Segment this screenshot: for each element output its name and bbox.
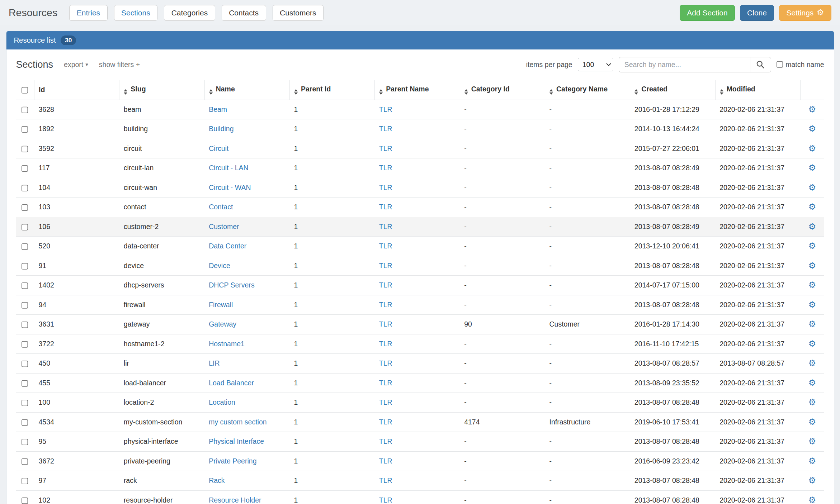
parent-name-link[interactable]: TLR — [379, 418, 392, 426]
tab-contacts[interactable]: Contacts — [222, 5, 266, 21]
parent-name-link[interactable]: TLR — [379, 437, 392, 445]
row-checkbox[interactable] — [22, 419, 29, 426]
row-settings-gear-icon[interactable]: ⚙ — [808, 280, 816, 290]
resource-name-link[interactable]: Physical Interface — [209, 437, 264, 445]
parent-name-link[interactable]: TLR — [379, 476, 392, 484]
search-input[interactable] — [619, 57, 750, 72]
parent-name-link[interactable]: TLR — [379, 398, 392, 406]
parent-name-link[interactable]: TLR — [379, 242, 392, 250]
resource-name-link[interactable]: Load Balancer — [209, 379, 254, 387]
resource-name-link[interactable]: Device — [209, 262, 230, 270]
column-header-name[interactable]: Name — [204, 80, 289, 100]
row-settings-gear-icon[interactable]: ⚙ — [808, 495, 816, 504]
parent-name-link[interactable]: TLR — [379, 379, 392, 387]
row-checkbox[interactable] — [22, 185, 29, 192]
row-checkbox[interactable] — [22, 361, 29, 368]
match-name-checkbox[interactable] — [777, 61, 784, 68]
row-checkbox[interactable] — [22, 224, 29, 231]
items-per-page-select[interactable]: 100 — [578, 58, 613, 71]
export-dropdown[interactable]: export ▾ — [64, 61, 88, 69]
parent-name-link[interactable]: TLR — [379, 340, 392, 348]
row-settings-gear-icon[interactable]: ⚙ — [808, 436, 816, 446]
resource-name-link[interactable]: Circuit - WAN — [209, 184, 251, 191]
resource-name-link[interactable]: my custom section — [209, 418, 266, 426]
parent-name-link[interactable]: TLR — [379, 496, 392, 504]
column-header-category-id[interactable]: Category Id — [460, 80, 545, 100]
parent-name-link[interactable]: TLR — [379, 184, 392, 191]
row-settings-gear-icon[interactable]: ⚙ — [808, 417, 816, 427]
parent-name-link[interactable]: TLR — [379, 301, 392, 309]
resource-name-link[interactable]: Contact — [209, 203, 233, 211]
row-checkbox[interactable] — [22, 282, 29, 290]
add-section-button[interactable]: Add Section — [680, 5, 735, 21]
resource-name-link[interactable]: Firewall — [209, 301, 233, 309]
resource-name-link[interactable]: Beam — [209, 105, 227, 113]
clone-button[interactable]: Clone — [740, 5, 774, 21]
parent-name-link[interactable]: TLR — [379, 223, 392, 230]
resource-name-link[interactable]: Customer — [209, 223, 239, 230]
resource-name-link[interactable]: Circuit — [209, 144, 228, 152]
row-checkbox[interactable] — [22, 497, 29, 504]
row-settings-gear-icon[interactable]: ⚙ — [808, 182, 816, 192]
column-header-parent-name[interactable]: Parent Name — [375, 80, 460, 100]
row-settings-gear-icon[interactable]: ⚙ — [808, 163, 816, 172]
row-checkbox[interactable] — [22, 165, 29, 172]
row-checkbox[interactable] — [22, 204, 29, 211]
parent-name-link[interactable]: TLR — [379, 359, 392, 367]
parent-name-link[interactable]: TLR — [379, 262, 392, 270]
resource-name-link[interactable]: Circuit - LAN — [209, 164, 249, 172]
column-header-slug[interactable]: Slug — [119, 80, 204, 100]
row-checkbox[interactable] — [22, 126, 29, 133]
row-checkbox[interactable] — [22, 106, 29, 114]
column-header-id[interactable]: Id — [34, 80, 119, 100]
row-settings-gear-icon[interactable]: ⚙ — [808, 143, 816, 153]
row-settings-gear-icon[interactable]: ⚙ — [808, 475, 816, 485]
sort-icon[interactable] — [549, 89, 553, 95]
sort-icon[interactable] — [379, 89, 383, 95]
resource-name-link[interactable]: Building — [209, 125, 233, 133]
show-filters-link[interactable]: show filters + — [99, 61, 140, 69]
resource-name-link[interactable]: Data Center — [209, 242, 246, 250]
resource-name-link[interactable]: Rack — [209, 476, 225, 484]
select-all-checkbox[interactable] — [22, 87, 29, 94]
row-checkbox[interactable] — [22, 478, 29, 485]
column-header-category-name[interactable]: Category Name — [545, 80, 630, 100]
sort-icon[interactable] — [464, 89, 468, 95]
row-checkbox[interactable] — [22, 439, 29, 446]
settings-button[interactable]: Settings ⚙ — [779, 5, 831, 21]
parent-name-link[interactable]: TLR — [379, 281, 392, 289]
column-header-modified[interactable]: Modified — [715, 80, 800, 100]
resource-name-link[interactable]: LIR — [209, 359, 220, 367]
tab-entries[interactable]: Entries — [69, 5, 107, 21]
row-checkbox[interactable] — [22, 243, 29, 251]
resource-name-link[interactable]: Private Peering — [209, 457, 256, 465]
row-checkbox[interactable] — [22, 380, 29, 387]
resource-name-link[interactable]: DHCP Servers — [209, 281, 255, 289]
row-checkbox[interactable] — [22, 146, 29, 153]
tab-categories[interactable]: Categories — [164, 5, 215, 21]
row-settings-gear-icon[interactable]: ⚙ — [808, 300, 816, 309]
column-header-created[interactable]: Created — [630, 80, 715, 100]
parent-name-link[interactable]: TLR — [379, 164, 392, 172]
parent-name-link[interactable]: TLR — [379, 125, 392, 133]
row-settings-gear-icon[interactable]: ⚙ — [808, 241, 816, 251]
row-checkbox[interactable] — [22, 322, 29, 329]
tab-sections[interactable]: Sections — [114, 5, 158, 21]
parent-name-link[interactable]: TLR — [379, 144, 392, 152]
parent-name-link[interactable]: TLR — [379, 203, 392, 211]
row-settings-gear-icon[interactable]: ⚙ — [808, 202, 816, 211]
row-settings-gear-icon[interactable]: ⚙ — [808, 378, 816, 387]
sort-icon[interactable] — [294, 89, 298, 95]
row-checkbox[interactable] — [22, 400, 29, 407]
row-checkbox[interactable] — [22, 302, 29, 309]
resource-name-link[interactable]: Resource Holder — [209, 496, 261, 504]
row-settings-gear-icon[interactable]: ⚙ — [808, 397, 816, 407]
resource-name-link[interactable]: Gateway — [209, 320, 236, 328]
row-settings-gear-icon[interactable]: ⚙ — [808, 358, 816, 368]
sort-icon[interactable] — [124, 89, 127, 95]
resource-name-link[interactable]: Hostname1 — [209, 340, 245, 348]
search-button[interactable] — [750, 57, 771, 72]
parent-name-link[interactable]: TLR — [379, 457, 392, 465]
resource-name-link[interactable]: Location — [209, 398, 235, 406]
column-header-parent-id[interactable]: Parent Id — [289, 80, 374, 100]
